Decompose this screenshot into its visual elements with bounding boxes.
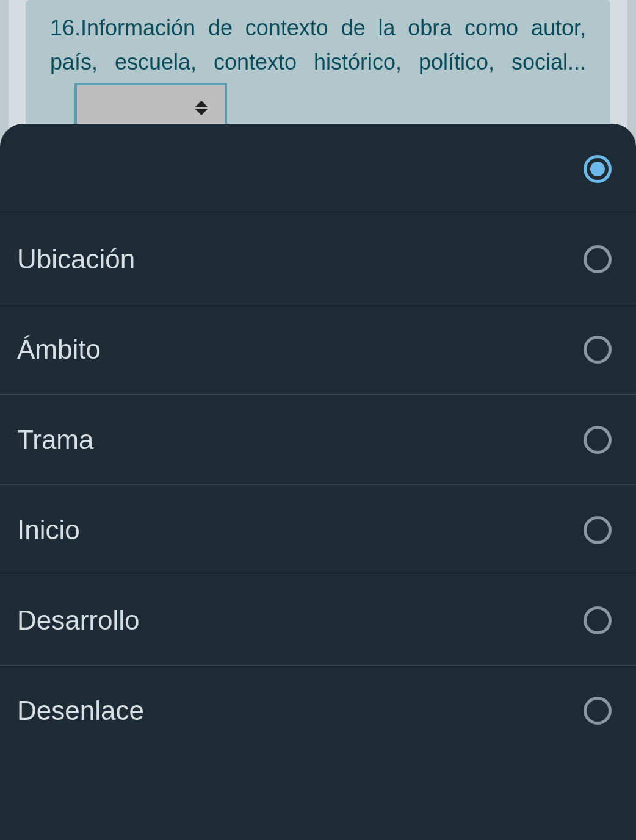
question-text: 16.Información de contexto de la obra co… [50, 11, 586, 129]
dropdown-option-ubicacion[interactable]: Ubicación [0, 214, 636, 304]
question-number: 16. [50, 15, 81, 40]
option-label: Desenlace [17, 695, 144, 726]
radio-unselected-icon [584, 606, 612, 634]
dropdown-option-desenlace[interactable]: Desenlace [0, 666, 636, 756]
option-label: Trama [17, 425, 94, 455]
question-body: Información de contexto de la obra como … [50, 15, 586, 74]
radio-unselected-icon [584, 426, 612, 454]
select-arrows-icon [195, 101, 208, 115]
option-label: Ubicación [17, 244, 135, 275]
dropdown-option-inicio[interactable]: Inicio [0, 485, 636, 575]
dropdown-panel: Ubicación Ámbito Trama Inicio Desarrollo… [0, 124, 636, 840]
radio-selected-icon [584, 155, 612, 183]
option-label: Desarrollo [17, 605, 140, 636]
radio-unselected-icon [584, 336, 612, 364]
option-label: Inicio [17, 515, 80, 545]
dropdown-option-desarrollo[interactable]: Desarrollo [0, 575, 636, 666]
radio-unselected-icon [584, 516, 612, 544]
radio-unselected-icon [584, 697, 612, 725]
dropdown-option-trama[interactable]: Trama [0, 395, 636, 485]
dropdown-option-ambito[interactable]: Ámbito [0, 304, 636, 395]
option-label: Ámbito [17, 334, 101, 365]
dropdown-option-empty[interactable] [0, 124, 636, 214]
radio-unselected-icon [584, 245, 612, 273]
